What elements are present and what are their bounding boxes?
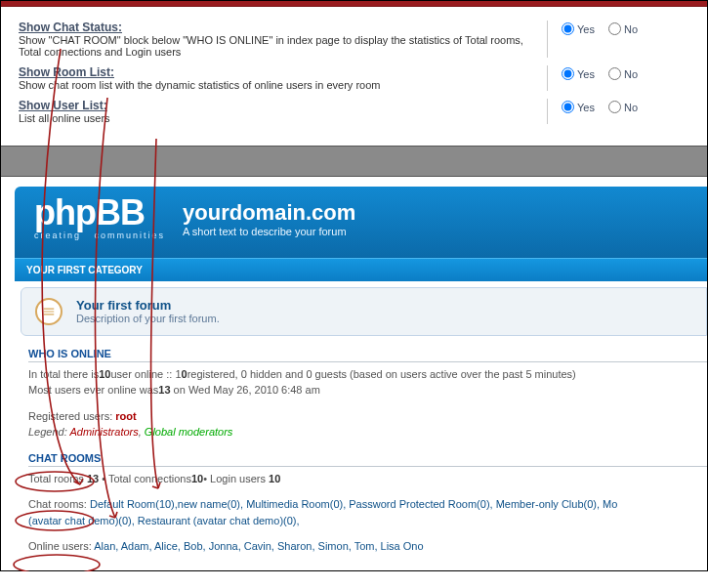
group-mods[interactable]: Global moderators [145, 426, 233, 438]
site-tagline: A short text to describe your forum [183, 226, 355, 237]
radio-no[interactable]: No [608, 67, 638, 80]
radio-yes-input[interactable] [562, 22, 574, 35]
text: • Login users [203, 473, 269, 484]
chat-totals: Total rooms 13 • Total connections10• Lo… [28, 471, 707, 487]
count: 13 [158, 384, 170, 396]
divider-band [1, 146, 707, 177]
online-users-line: Online users: Alan, Adam, Alice, Bob, Jo… [28, 538, 707, 555]
radio-yes[interactable]: Yes [562, 67, 595, 80]
radio-no-label: No [624, 23, 638, 35]
forum-icon [35, 298, 62, 325]
radio-no-label: No [624, 68, 638, 80]
text: Chat rooms: [28, 498, 90, 510]
chat-heading: CHAT ROOMS [28, 452, 707, 467]
who-line2: Most users ever online was13 on Wed May … [28, 382, 707, 399]
radio-yes-input[interactable] [562, 67, 574, 80]
user-links[interactable]: Alan, Adam, Alice, Bob, Jonna, Cavin, Sh… [94, 540, 423, 552]
text: user online :: 1 [110, 368, 181, 380]
setting-desc: Show chat room list with the dynamic sta… [19, 79, 535, 91]
setting-show-chat-status: Show Chat Status: Show "CHAT ROOM" block… [19, 21, 689, 58]
forum-title-link[interactable]: Your first forum [76, 298, 171, 313]
text: • Total connections [99, 473, 191, 484]
category-bar[interactable]: YOUR FIRST CATEGORY [15, 258, 707, 281]
settings-panel: Show Chat Status: Show "CHAT ROOM" block… [1, 7, 707, 146]
text: registered, 0 hidden and 0 guests (based… [187, 368, 576, 380]
setting-show-user-list: Show User List: List all online users Ye… [19, 99, 689, 124]
radio-yes-input[interactable] [562, 101, 574, 113]
radio-no-input[interactable] [608, 67, 621, 80]
room-links[interactable]: Default Room(10),new name(0), Multimedia… [90, 498, 617, 510]
text: Total rooms [28, 473, 87, 484]
radio-yes-label: Yes [577, 68, 595, 80]
radio-yes[interactable]: Yes [562, 22, 595, 35]
text: Online users: [28, 540, 94, 552]
radio-no[interactable]: No [608, 101, 638, 113]
text: Legend: [28, 426, 69, 438]
setting-show-room-list: Show Room List: Show chat room list with… [19, 65, 689, 91]
radio-yes[interactable]: Yes [562, 101, 595, 113]
count: 10 [99, 368, 110, 380]
count: 10 [269, 473, 280, 484]
count: 10 [191, 473, 203, 484]
chat-room-list-2: (avatar chat demo)(0), Restaurant (avata… [28, 513, 707, 529]
count: 13 [87, 473, 99, 484]
who-heading: WHO IS ONLINE [28, 348, 707, 362]
radio-yes-label: Yes [577, 23, 595, 35]
reg-users: Registered users: root [28, 408, 707, 425]
text: Registered users: [28, 410, 115, 422]
radio-no[interactable]: No [608, 22, 638, 35]
setting-desc: Show "CHAT ROOM" block below "WHO IS ONL… [19, 34, 535, 58]
room-links[interactable]: (avatar chat demo)(0), Restaurant (avata… [28, 515, 300, 526]
radio-yes-label: Yes [577, 102, 595, 113]
forum-desc: Description of your first forum. [76, 313, 220, 324]
user-link-root[interactable]: root [115, 410, 136, 422]
forum-preview: phpBB creating communities yourdomain.co… [1, 177, 707, 570]
chat-rooms-section: CHAT ROOMS Total rooms 13 • Total connec… [15, 446, 707, 561]
chat-room-list: Chat rooms: Default Room(10),new name(0)… [28, 496, 707, 513]
radio-no-label: No [624, 102, 638, 113]
text: on Wed May 26, 2010 6:48 am [171, 384, 320, 396]
text: Most users ever online was [28, 384, 158, 396]
group-admins[interactable]: Administrators [69, 426, 138, 438]
setting-desc: List all online users [19, 112, 535, 124]
site-title: yourdomain.com [183, 200, 355, 226]
forum-header: phpBB creating communities yourdomain.co… [15, 187, 707, 258]
phpbb-logo: phpBB creating communities [34, 198, 165, 240]
setting-label: Show Chat Status: [19, 21, 122, 34]
radio-no-input[interactable] [608, 22, 621, 35]
forum-row[interactable]: Your first forum Description of your fir… [21, 287, 707, 336]
legend: Legend: Administrators, Global moderator… [28, 424, 707, 441]
setting-label: Show User List: [19, 99, 107, 112]
radio-no-input[interactable] [608, 101, 621, 113]
who-is-online-section: WHO IS ONLINE In total there is10user on… [15, 342, 707, 446]
setting-label: Show Room List: [19, 65, 114, 79]
who-line1: In total there is10user online :: 10regi… [28, 366, 707, 383]
text: In total there is [28, 368, 99, 380]
